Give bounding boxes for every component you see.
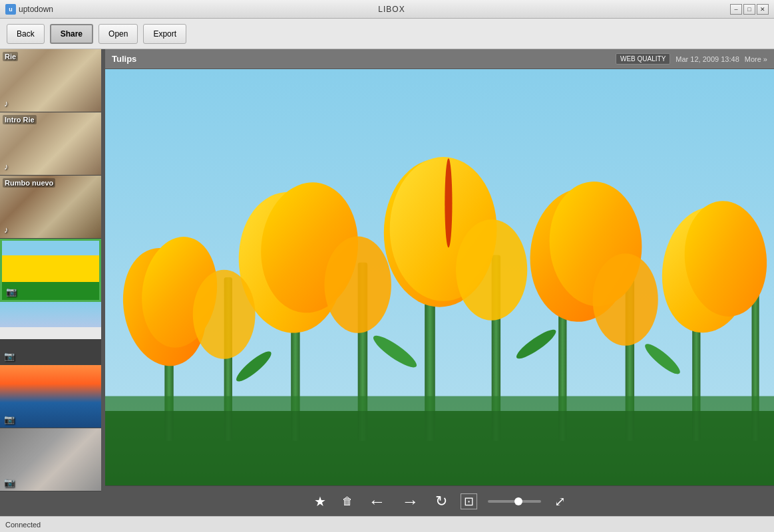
title-bar-left: u uptodown [5, 4, 53, 15]
share-button[interactable]: Share [50, 24, 93, 44]
status-bar: Connected [0, 516, 774, 532]
sidebar-item-penguins[interactable]: 📷 [0, 302, 101, 365]
music-icon-intro-rie: ♪ [4, 162, 9, 172]
export-button[interactable]: Export [143, 24, 186, 44]
window-controls: – □ ✕ [730, 4, 769, 15]
title-bar-title: LIBOX [378, 5, 405, 14]
app-source-label: uptodown [19, 5, 53, 14]
back-button[interactable]: Back [7, 24, 45, 44]
sidebar-item-tulips[interactable]: 📷 [0, 239, 101, 302]
star-button[interactable]: ★ [311, 492, 329, 511]
photo-icon-tulips: 📷 [6, 287, 17, 297]
photo-icon-penguins: 📷 [4, 351, 15, 361]
music-icon-rie: ♪ [4, 98, 9, 108]
image-date: Mar 12, 2009 13:48 [676, 55, 739, 63]
sidebar-label-intro-rie: Intro Rie [3, 115, 37, 124]
main-image-display [105, 69, 774, 485]
sidebar: Rie ♪ Intro Rie ♪ Rumbo nuevo ♪ 📷 📷 📷 📷 [0, 49, 105, 516]
sidebar-item-rie[interactable]: Rie ♪ [0, 49, 101, 112]
svg-point-23 [324, 237, 391, 333]
quality-badge: WEB QUALITY [616, 53, 670, 65]
sidebar-label-rumbo-nuevo: Rumbo nuevo [3, 178, 55, 188]
sidebar-item-rumbo-nuevo[interactable]: Rumbo nuevo ♪ [0, 176, 101, 239]
image-area [105, 69, 774, 485]
open-button[interactable]: Open [98, 24, 138, 44]
expand-button[interactable]: ⤢ [552, 492, 568, 511]
svg-point-18 [445, 158, 452, 247]
music-icon-rumbo: ♪ [4, 225, 9, 235]
sidebar-item-intro-rie[interactable]: Intro Rie ♪ [0, 112, 101, 176]
bottom-controls: ★ 🗑 ← → ↻ ⊡ ⤢ [105, 485, 774, 516]
sidebar-label-rie: Rie [3, 52, 18, 61]
image-header: Tulips WEB QUALITY Mar 12, 2009 13:48 Mo… [105, 49, 774, 69]
rotate-button[interactable]: ↻ [433, 491, 450, 511]
prev-button[interactable]: ← [366, 490, 389, 513]
title-bar: u uptodown LIBOX – □ ✕ [0, 0, 774, 19]
photo-icon-lighthouse: 📷 [4, 414, 15, 424]
toolbar: Back Share Open Export [0, 19, 774, 49]
status-text: Connected [5, 521, 41, 529]
svg-point-26 [593, 253, 658, 345]
image-title: Tulips [112, 54, 610, 64]
right-panel: Tulips WEB QUALITY Mar 12, 2009 13:48 Mo… [105, 49, 774, 516]
crop-button[interactable]: ⊡ [461, 493, 477, 509]
next-button[interactable]: → [399, 490, 422, 513]
trash-button[interactable]: 🗑 [339, 493, 355, 509]
zoom-slider[interactable] [488, 500, 541, 503]
main-content: Rie ♪ Intro Rie ♪ Rumbo nuevo ♪ 📷 📷 📷 📷 [0, 49, 774, 516]
photo-icon-koala: 📷 [4, 477, 15, 487]
more-button[interactable]: More » [745, 55, 767, 63]
minimize-button[interactable]: – [730, 4, 742, 15]
svg-point-24 [456, 219, 527, 321]
app-icon: u [5, 4, 16, 15]
svg-rect-32 [105, 411, 774, 485]
close-button[interactable]: ✕ [757, 4, 769, 15]
sidebar-item-koala[interactable]: 📷 [0, 428, 101, 491]
maximize-button[interactable]: □ [743, 4, 755, 15]
sidebar-item-lighthouse[interactable]: 📷 [0, 365, 101, 428]
svg-point-25 [193, 270, 256, 359]
